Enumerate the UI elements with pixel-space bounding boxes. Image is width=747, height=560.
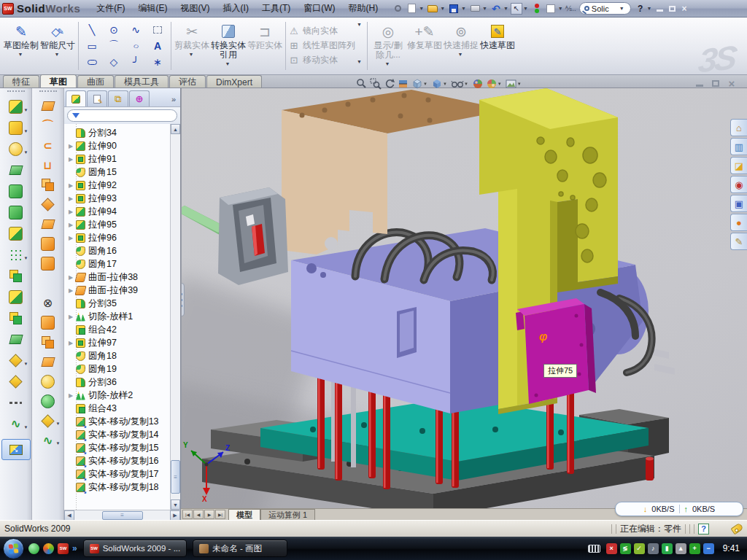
misc-toolbar-icon[interactable]: ⅍.. bbox=[565, 4, 576, 12]
sketch-button[interactable]: 草图绘制 ▼ bbox=[3, 20, 39, 71]
thicken-tool[interactable]: ▼ bbox=[34, 392, 63, 411]
app-close-button[interactable]: × bbox=[678, 3, 691, 14]
menu-item[interactable]: 帮助(H) bbox=[343, 1, 384, 16]
tree-item[interactable]: ▶ 组合43 bbox=[69, 402, 170, 415]
media-ball-quick-icon[interactable] bbox=[43, 543, 54, 554]
menu-item[interactable]: 窗口(W) bbox=[298, 1, 341, 16]
section-view-icon[interactable] bbox=[398, 78, 409, 90]
expand-arrow-icon[interactable]: ▶ bbox=[69, 314, 76, 320]
scroll-left-icon[interactable]: ◀ bbox=[64, 510, 74, 521]
surf-reference-geometry-tool[interactable]: ▼ bbox=[34, 411, 63, 431]
point-tool-icon[interactable] bbox=[147, 54, 169, 70]
messenger-quick-icon[interactable] bbox=[28, 543, 39, 554]
motion-study-tab[interactable]: 运动算例 1 bbox=[260, 509, 315, 520]
freeform-tool[interactable]: ▼ bbox=[34, 234, 63, 254]
tree-item[interactable]: ▶ 拉伸97 bbox=[69, 336, 170, 349]
quick-launch-overflow-chevron[interactable]: » bbox=[72, 543, 77, 553]
extrude-cut-tool[interactable]: ▼ bbox=[1, 117, 31, 139]
extruded-surface-tool[interactable]: ▼ bbox=[34, 96, 63, 116]
expand-arrow-icon[interactable]: ▶ bbox=[69, 235, 76, 241]
model-insert-assembly[interactable] bbox=[182, 187, 288, 285]
tree-item[interactable]: ▶ 圆角17 bbox=[69, 257, 170, 271]
polygon-tool-icon[interactable] bbox=[103, 54, 125, 70]
view-settings-icon[interactable]: ▼ bbox=[506, 78, 523, 90]
property-manager-tab[interactable] bbox=[87, 90, 107, 106]
panel-splitter-handle[interactable]: ◂◂◂ bbox=[181, 283, 185, 316]
display-style-icon[interactable]: ▼ bbox=[431, 78, 449, 90]
first-tab-icon[interactable]: |◀ bbox=[182, 510, 193, 519]
print-icon[interactable] bbox=[468, 2, 481, 15]
convert-entities-button[interactable]: 转换实体引用 ▼ bbox=[210, 20, 247, 71]
feature-manager-tab[interactable] bbox=[66, 90, 86, 106]
expand-arrow-icon[interactable]: ▶ bbox=[69, 340, 76, 346]
tree-item[interactable]: ▶ 拉伸94 bbox=[69, 205, 170, 218]
scroll-down-icon[interactable]: ▼ bbox=[171, 499, 180, 510]
linear-pattern-tool[interactable]: ▼ bbox=[1, 244, 31, 265]
expand-arrow-icon[interactable]: ▶ bbox=[69, 143, 76, 149]
file-explorer-tab[interactable]: ◪ bbox=[730, 157, 747, 174]
menu-item[interactable]: 插入(I) bbox=[217, 1, 255, 16]
expand-arrow-icon[interactable]: ▶ bbox=[69, 222, 76, 228]
ribbon-tab[interactable]: 曲面 bbox=[77, 75, 114, 88]
arc-tool-icon[interactable] bbox=[103, 38, 125, 54]
shield-plus-tray-icon[interactable]: + bbox=[689, 543, 700, 554]
tree-item[interactable]: ▶ 实体-移动/复制16 bbox=[69, 454, 170, 467]
custom-properties-tab[interactable]: ✎ bbox=[730, 233, 747, 250]
network-status-tray-icon[interactable]: ▮ bbox=[662, 543, 673, 554]
swept-tool[interactable]: ▼ bbox=[1, 160, 31, 181]
tree-item[interactable]: ▶ 圆角16 bbox=[69, 244, 170, 257]
menu-item[interactable]: 编辑(E) bbox=[133, 1, 174, 16]
warning-grid-tray-icon[interactable]: ▲ bbox=[676, 543, 686, 554]
security-alert-tray-icon[interactable]: × bbox=[606, 543, 617, 554]
ruled-surface-tool[interactable]: ▼ bbox=[34, 273, 63, 293]
filled-surface-tool[interactable]: ▼ bbox=[34, 195, 63, 214]
last-tab-icon[interactable]: ▶| bbox=[215, 510, 225, 519]
menu-item[interactable]: 工具(T) bbox=[256, 1, 296, 16]
offset-entities-button[interactable]: 等距实体 bbox=[247, 20, 283, 71]
plane-tool[interactable]: ▼ bbox=[1, 371, 31, 392]
model-tab[interactable]: 模型 bbox=[228, 509, 260, 520]
move-copy-body-tool[interactable]: ▼ bbox=[1, 329, 31, 350]
scroll-right-icon[interactable]: ▶ bbox=[170, 510, 180, 521]
tree-item[interactable]: ▶ 组合42 bbox=[69, 323, 170, 336]
mirror-entities-button[interactable]: 镜向实体 bbox=[288, 25, 355, 37]
smart-dimension-button[interactable]: 智能尺寸 ▼ bbox=[39, 20, 76, 71]
tree-item[interactable]: ▶ 实体-移动/复制13 bbox=[69, 415, 170, 428]
revolved-surface-tool[interactable]: ▼ bbox=[34, 116, 63, 136]
tag-icon[interactable] bbox=[730, 523, 743, 535]
doc-restore-icon[interactable] bbox=[711, 78, 721, 88]
trim-entities-button[interactable]: 剪裁实体 ▼ bbox=[174, 20, 210, 71]
rapid-sketch-button[interactable]: 快速草图 bbox=[479, 20, 516, 71]
keyboard-layout-icon[interactable] bbox=[588, 545, 600, 553]
quick-snaps-button[interactable]: ⊚ 快速捕捉 ▼ bbox=[443, 20, 479, 71]
ribbon-tab[interactable]: 评估 bbox=[169, 75, 206, 88]
apply-scene-icon[interactable]: ▼ bbox=[486, 78, 503, 90]
revolve-tool[interactable]: ▼ bbox=[1, 181, 31, 202]
select-cursor-icon[interactable]: ↖ bbox=[511, 3, 522, 15]
lofted-surface-tool[interactable]: ▼ bbox=[34, 155, 63, 175]
tree-item[interactable]: ▶ 实体-移动/复制15 bbox=[69, 441, 170, 454]
extrude-boss-tool[interactable]: ▼ bbox=[1, 96, 31, 117]
update-check-tray-icon[interactable]: ✓ bbox=[634, 543, 645, 554]
pin-toolbar-icon[interactable] bbox=[391, 2, 404, 15]
fillet-tool[interactable]: ▼ bbox=[1, 139, 31, 160]
tree-item[interactable]: ▶ 实体-移动/复制14 bbox=[69, 428, 170, 441]
planar-surface-tool[interactable]: ▼ bbox=[34, 214, 63, 234]
slot-tool-icon[interactable] bbox=[81, 54, 103, 70]
zoom-area-icon[interactable] bbox=[370, 78, 382, 90]
search-input[interactable]: Solic bbox=[592, 4, 609, 13]
scroll-thumb[interactable]: ≡ bbox=[102, 511, 143, 520]
tree-item[interactable]: ▶ 圆角19 bbox=[69, 362, 170, 376]
rotate-view-icon[interactable] bbox=[384, 78, 395, 90]
edit-appearance-icon[interactable] bbox=[472, 78, 484, 90]
rectangle-tool-icon[interactable] bbox=[81, 38, 103, 54]
next-tab-icon[interactable]: ▶ bbox=[204, 510, 214, 519]
tree-item[interactable]: ▶ 切除-放样2 bbox=[69, 389, 170, 402]
zoom-fit-icon[interactable] bbox=[356, 78, 368, 90]
ribbon-tab[interactable]: 特征 bbox=[3, 75, 39, 88]
expand-arrow-icon[interactable]: ▶ bbox=[69, 182, 76, 189]
delete-face-tool[interactable]: ▼ bbox=[34, 293, 63, 313]
options-list-icon[interactable] bbox=[544, 2, 557, 15]
new-file-icon[interactable] bbox=[405, 2, 418, 15]
solidworks-search-tab[interactable]: ◉ bbox=[730, 176, 747, 193]
